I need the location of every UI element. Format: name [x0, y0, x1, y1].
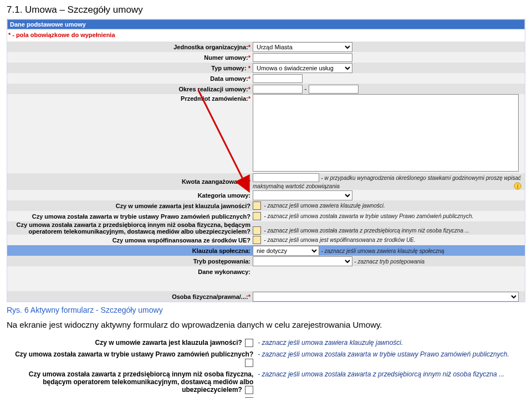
okres-sep: -: [304, 85, 306, 93]
osoba-select[interactable]: [253, 292, 519, 302]
numer-input[interactable]: [253, 53, 352, 62]
label-jednostka: Jednostka organizacyjna:: [173, 44, 248, 50]
ex-hint-3: - zaznacz jeśli umowa jest współfinansow…: [255, 396, 525, 398]
figure-caption: Rys. 6 Aktywny formularz - Szczegóły umo…: [7, 306, 525, 314]
ex-checkbox-1: [245, 359, 253, 367]
wspolfinansowana-checkbox[interactable]: [253, 236, 261, 244]
label-klauzula-jawnosci: Czy w umowie zawarta jest klauzula jawno…: [116, 203, 250, 209]
okres-do-input[interactable]: [309, 85, 359, 94]
okres-od-input[interactable]: [253, 85, 303, 94]
ex-hint-2: - zaznacz jeśli umowa została zawarta z …: [255, 369, 525, 396]
section-header: Dane podstawowe umowy: [7, 19, 525, 29]
ex-label-0: Czy w umowie zawarta jest klauzula jawno…: [95, 339, 242, 347]
klauzula-spoleczna-select[interactable]: nie dotyczy: [253, 246, 319, 256]
label-kwota: Kwota zaangażowania:: [182, 178, 248, 185]
label-kategoria: Kategoria umowy:: [198, 192, 250, 199]
label-numer: Numer umowy:: [204, 54, 248, 61]
data-input[interactable]: [253, 74, 303, 83]
label-przedsiebiorca: Czy umowa została zawarta z przedsiębior…: [17, 221, 250, 235]
przedmiot-textarea[interactable]: [253, 94, 519, 172]
body-text-1: Na ekranie jest widoczny aktywny formula…: [7, 320, 525, 329]
label-klauzula-spoleczna: Klauzula społeczna:: [192, 247, 250, 254]
ex-checkbox-0: [245, 339, 253, 347]
label-osoba: Osoba fizyczna/prawna/...:: [172, 293, 248, 300]
klauzula-jawnosci-checkbox[interactable]: [253, 201, 261, 210]
jednostka-select[interactable]: Urząd Miasta: [253, 42, 352, 52]
label-tryb-ustawy: Czy umowa została zawarta w trybie ustaw…: [32, 213, 250, 220]
kwota-input[interactable]: [253, 173, 319, 182]
przedsiebiorca-checkbox[interactable]: [253, 226, 261, 235]
tryb-post-hint: - zaznacz tryb postępowania: [354, 259, 424, 265]
ex-hint-0: - zaznacz jeśli umowa zawiera klauzulę j…: [255, 337, 525, 349]
klauzula-jawnosci-hint: - zaznacz jeśli umowa zawiera klauzulę j…: [264, 203, 385, 209]
form-screenshot: Dane podstawowe umowy * - pola obowiązko…: [7, 19, 525, 302]
tryb-ustawy-checkbox[interactable]: [253, 212, 261, 220]
label-data: Data umowy:: [210, 75, 248, 82]
ex-label-2: Czy umowa została zawarta z przedsiębior…: [29, 370, 253, 394]
page-heading: 7.1. Umowa – Szczegóły umowy: [7, 4, 525, 15]
tryb-post-select[interactable]: [253, 256, 352, 266]
wspolfinansowana-hint: - zaznacz jeśli umowa jest współfinansow…: [264, 237, 415, 243]
form-table: Jednostka organizacyjna:* Urząd Miasta N…: [7, 42, 525, 302]
label-okres: Okres realizacji umowy:: [178, 86, 248, 92]
label-dane-wykonawcy: Dane wykonawcy:: [198, 268, 250, 275]
tryb-ustawy-hint: - zaznacz jeśli umowa została zawarta w …: [264, 213, 473, 219]
label-typ: Typ umowy:: [211, 65, 246, 71]
explain-table: Czy w umowie zawarta jest klauzula jawno…: [7, 337, 525, 398]
przedsiebiorca-hint: - zaznacz jeśli umowa została zawarta z …: [264, 228, 469, 234]
info-icon: i: [514, 182, 521, 190]
label-wspolfinansowana: Czy umowa współfinansowana ze środków UE…: [112, 237, 250, 244]
ex-checkbox-2: [245, 386, 253, 394]
klauzula-spoleczna-hint: - zaznacz jeśli umowa zawiera klauzulę s…: [321, 248, 444, 254]
svg-text:i: i: [517, 183, 519, 189]
ex-label-1: Czy umowa została zawarta w trybie ustaw…: [15, 350, 253, 358]
label-przedmiot: Przedmiot zamówienia:: [181, 95, 248, 102]
required-note: * - pola obowiązkowe do wypełnienia: [8, 32, 525, 38]
typ-select[interactable]: Umowa o świadczenie usług: [253, 63, 352, 73]
kategoria-select[interactable]: [253, 190, 352, 200]
label-tryb-post: Tryb postępowania:: [193, 258, 250, 265]
ex-hint-1: - zaznacz jeśli umowa została zawarta w …: [255, 349, 525, 368]
